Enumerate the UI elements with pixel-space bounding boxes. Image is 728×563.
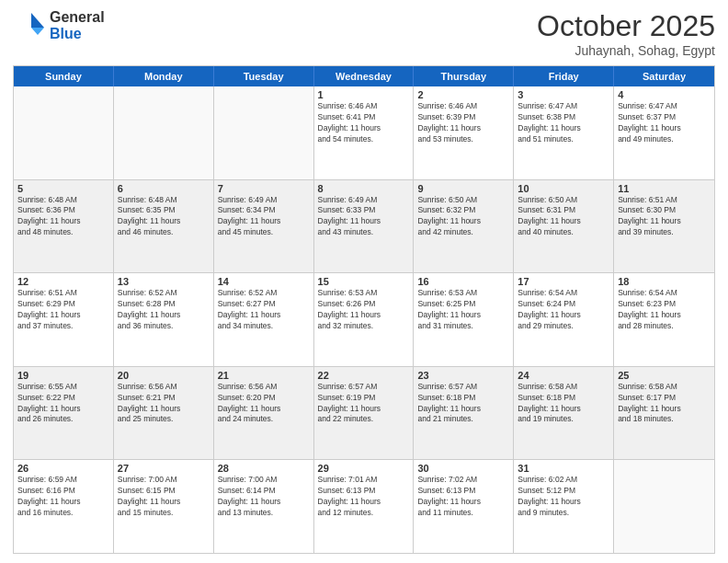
day-header-tuesday: Tuesday — [214, 66, 314, 86]
calendar: SundayMondayTuesdayWednesdayThursdayFrid… — [13, 65, 715, 554]
day-cell: 25Sunrise: 6:58 AM Sunset: 6:17 PM Dayli… — [614, 367, 714, 460]
day-number: 31 — [518, 463, 609, 474]
day-number: 29 — [318, 463, 410, 474]
day-cell: 3Sunrise: 6:47 AM Sunset: 6:38 PM Daylig… — [514, 86, 614, 179]
day-number: 5 — [17, 183, 109, 194]
day-header-thursday: Thursday — [414, 66, 514, 86]
day-info: Sunrise: 6:56 AM Sunset: 6:21 PM Dayligh… — [118, 382, 210, 426]
day-info: Sunrise: 7:00 AM Sunset: 6:15 PM Dayligh… — [118, 475, 210, 519]
title-block: October 2025 Juhaynah, Sohag, Egypt — [537, 9, 715, 58]
day-info: Sunrise: 6:49 AM Sunset: 6:33 PM Dayligh… — [318, 195, 410, 239]
logo: General Blue — [13, 9, 105, 42]
week-row: 26Sunrise: 6:59 AM Sunset: 6:16 PM Dayli… — [14, 459, 714, 553]
day-cell: 8Sunrise: 6:49 AM Sunset: 6:33 PM Daylig… — [314, 180, 415, 273]
day-cell: 12Sunrise: 6:51 AM Sunset: 6:29 PM Dayli… — [14, 273, 114, 366]
day-cell: 4Sunrise: 6:47 AM Sunset: 6:37 PM Daylig… — [614, 86, 714, 179]
day-info: Sunrise: 6:55 AM Sunset: 6:22 PM Dayligh… — [17, 382, 109, 426]
day-number: 14 — [218, 276, 310, 287]
svg-marker-0 — [31, 13, 44, 28]
day-cell: 5Sunrise: 6:48 AM Sunset: 6:36 PM Daylig… — [14, 180, 114, 273]
day-number: 20 — [118, 370, 210, 381]
day-number: 12 — [17, 276, 109, 287]
day-number: 9 — [417, 183, 509, 194]
day-info: Sunrise: 6:46 AM Sunset: 6:39 PM Dayligh… — [417, 101, 509, 145]
day-cell: 27Sunrise: 7:00 AM Sunset: 6:15 PM Dayli… — [114, 460, 214, 553]
day-number: 15 — [318, 276, 410, 287]
day-number: 21 — [218, 370, 310, 381]
day-info: Sunrise: 7:01 AM Sunset: 6:13 PM Dayligh… — [318, 475, 410, 519]
day-cell — [114, 86, 214, 179]
week-row: 19Sunrise: 6:55 AM Sunset: 6:22 PM Dayli… — [14, 366, 714, 460]
day-number: 30 — [417, 463, 509, 474]
day-info: Sunrise: 6:46 AM Sunset: 6:41 PM Dayligh… — [318, 101, 410, 145]
day-number: 6 — [118, 183, 210, 194]
day-header-wednesday: Wednesday — [314, 66, 415, 86]
day-cell: 21Sunrise: 6:56 AM Sunset: 6:20 PM Dayli… — [214, 367, 314, 460]
day-number: 13 — [118, 276, 210, 287]
day-info: Sunrise: 6:58 AM Sunset: 6:17 PM Dayligh… — [618, 382, 711, 426]
day-number: 8 — [318, 183, 410, 194]
day-info: Sunrise: 6:47 AM Sunset: 6:38 PM Dayligh… — [518, 101, 609, 145]
day-number: 16 — [417, 276, 509, 287]
day-cell: 2Sunrise: 6:46 AM Sunset: 6:39 PM Daylig… — [414, 86, 514, 179]
day-cell: 24Sunrise: 6:58 AM Sunset: 6:18 PM Dayli… — [514, 367, 614, 460]
day-number: 17 — [518, 276, 609, 287]
day-number: 3 — [518, 89, 609, 100]
day-info: Sunrise: 6:56 AM Sunset: 6:20 PM Dayligh… — [218, 382, 310, 426]
day-number: 4 — [618, 89, 711, 100]
day-cell: 7Sunrise: 6:49 AM Sunset: 6:34 PM Daylig… — [214, 180, 314, 273]
day-number: 11 — [618, 183, 711, 194]
day-info: Sunrise: 6:50 AM Sunset: 6:31 PM Dayligh… — [518, 195, 609, 239]
day-cell: 28Sunrise: 7:00 AM Sunset: 6:14 PM Dayli… — [214, 460, 314, 553]
week-row: 1Sunrise: 6:46 AM Sunset: 6:41 PM Daylig… — [14, 86, 714, 179]
day-cell: 14Sunrise: 6:52 AM Sunset: 6:27 PM Dayli… — [214, 273, 314, 366]
day-info: Sunrise: 6:53 AM Sunset: 6:26 PM Dayligh… — [318, 288, 410, 332]
day-cell: 23Sunrise: 6:57 AM Sunset: 6:18 PM Dayli… — [414, 367, 514, 460]
day-header-sunday: Sunday — [14, 66, 114, 86]
day-number: 18 — [618, 276, 711, 287]
svg-marker-1 — [31, 28, 44, 35]
day-info: Sunrise: 6:52 AM Sunset: 6:27 PM Dayligh… — [218, 288, 310, 332]
day-number: 25 — [618, 370, 711, 381]
logo-icon — [13, 9, 46, 42]
day-cell: 29Sunrise: 7:01 AM Sunset: 6:13 PM Dayli… — [314, 460, 415, 553]
day-cell: 9Sunrise: 6:50 AM Sunset: 6:32 PM Daylig… — [414, 180, 514, 273]
day-info: Sunrise: 6:52 AM Sunset: 6:28 PM Dayligh… — [118, 288, 210, 332]
day-info: Sunrise: 6:49 AM Sunset: 6:34 PM Dayligh… — [218, 195, 310, 239]
day-number: 7 — [218, 183, 310, 194]
day-header-monday: Monday — [114, 66, 214, 86]
day-number: 26 — [17, 463, 109, 474]
weeks: 1Sunrise: 6:46 AM Sunset: 6:41 PM Daylig… — [14, 86, 714, 553]
logo-blue: Blue — [50, 26, 105, 42]
day-info: Sunrise: 6:57 AM Sunset: 6:19 PM Dayligh… — [318, 382, 410, 426]
day-cell: 26Sunrise: 6:59 AM Sunset: 6:16 PM Dayli… — [14, 460, 114, 553]
day-info: Sunrise: 6:54 AM Sunset: 6:24 PM Dayligh… — [518, 288, 609, 332]
day-cell: 11Sunrise: 6:51 AM Sunset: 6:30 PM Dayli… — [614, 180, 714, 273]
day-cell — [14, 86, 114, 179]
day-cell — [614, 460, 714, 553]
logo-general: General — [50, 9, 105, 26]
day-cell — [214, 86, 314, 179]
day-info: Sunrise: 7:02 AM Sunset: 6:13 PM Dayligh… — [417, 475, 509, 519]
day-number: 27 — [118, 463, 210, 474]
day-cell: 15Sunrise: 6:53 AM Sunset: 6:26 PM Dayli… — [314, 273, 415, 366]
day-info: Sunrise: 6:47 AM Sunset: 6:37 PM Dayligh… — [618, 101, 711, 145]
page: General Blue October 2025 Juhaynah, Soha… — [0, 0, 728, 563]
day-info: Sunrise: 6:57 AM Sunset: 6:18 PM Dayligh… — [417, 382, 509, 426]
day-cell: 13Sunrise: 6:52 AM Sunset: 6:28 PM Dayli… — [114, 273, 214, 366]
month-title: October 2025 — [537, 9, 715, 43]
day-info: Sunrise: 6:59 AM Sunset: 6:16 PM Dayligh… — [17, 475, 109, 519]
day-number: 22 — [318, 370, 410, 381]
day-info: Sunrise: 6:51 AM Sunset: 6:30 PM Dayligh… — [618, 195, 711, 239]
day-info: Sunrise: 6:58 AM Sunset: 6:18 PM Dayligh… — [518, 382, 609, 426]
day-info: Sunrise: 6:48 AM Sunset: 6:35 PM Dayligh… — [118, 195, 210, 239]
day-cell: 22Sunrise: 6:57 AM Sunset: 6:19 PM Dayli… — [314, 367, 415, 460]
day-header-saturday: Saturday — [614, 66, 714, 86]
day-cell: 16Sunrise: 6:53 AM Sunset: 6:25 PM Dayli… — [414, 273, 514, 366]
day-cell: 20Sunrise: 6:56 AM Sunset: 6:21 PM Dayli… — [114, 367, 214, 460]
day-number: 28 — [218, 463, 310, 474]
day-cell: 19Sunrise: 6:55 AM Sunset: 6:22 PM Dayli… — [14, 367, 114, 460]
day-info: Sunrise: 6:54 AM Sunset: 6:23 PM Dayligh… — [618, 288, 711, 332]
day-cell: 10Sunrise: 6:50 AM Sunset: 6:31 PM Dayli… — [514, 180, 614, 273]
day-info: Sunrise: 6:02 AM Sunset: 5:12 PM Dayligh… — [518, 475, 609, 519]
